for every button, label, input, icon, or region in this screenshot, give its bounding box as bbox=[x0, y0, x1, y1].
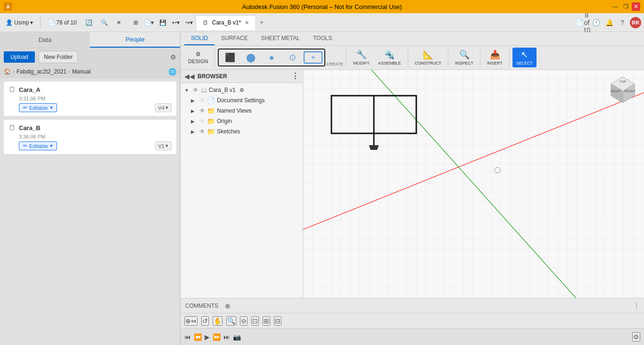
file-type-icon: 🗋 bbox=[8, 123, 16, 132]
modify-button[interactable]: 🔧 MODIFY bbox=[349, 48, 373, 67]
settings-icon-anim[interactable]: ⚙ bbox=[632, 332, 640, 342]
tree-root[interactable]: ▼ 👁 🗂 Cara_B v1 ⚙ bbox=[181, 85, 303, 95]
undo-button[interactable]: ↩▾ bbox=[169, 18, 182, 27]
comments-label: COMMENTS bbox=[185, 303, 218, 309]
redo-button[interactable]: ↪▾ bbox=[182, 18, 196, 27]
expand-icon: ▶ bbox=[191, 119, 198, 124]
add-comment-button[interactable]: ⊕ bbox=[222, 300, 233, 312]
main-layout: Data People Upload New Folder ⚙ 🏠 › Fabd… bbox=[0, 32, 644, 345]
create-torus-button[interactable]: ⊙ bbox=[283, 50, 302, 65]
zoom-button[interactable]: 🔍 bbox=[226, 316, 236, 326]
browser-collapse-button[interactable]: ◀◀ bbox=[184, 73, 195, 80]
new-folder-button[interactable]: New Folder bbox=[39, 51, 78, 63]
visibility-off-icon: 👁 bbox=[199, 118, 205, 124]
anim-play-button[interactable]: ▶ bbox=[205, 333, 210, 341]
upload-button[interactable]: Upload bbox=[4, 51, 35, 63]
pan2-button[interactable]: ✋ bbox=[213, 316, 223, 326]
browser-header: ◀◀ BROWSER ⋮ bbox=[181, 70, 303, 83]
history-button[interactable]: 🕐 bbox=[590, 17, 602, 28]
3d-viewport[interactable]: TOP FRONT RIGHT bbox=[303, 70, 644, 298]
anim-prev-button[interactable]: ⏪ bbox=[194, 333, 202, 341]
tree-item-sketches[interactable]: ▶ 👁 📁 Sketches bbox=[187, 126, 303, 137]
editable-badge-0[interactable]: ✏ Editable ▾ bbox=[19, 103, 57, 112]
panel-tabs: Data People bbox=[0, 32, 180, 48]
create-cylinder-button[interactable]: ⬤ bbox=[241, 50, 260, 65]
zoom-out-button[interactable]: ⊖ bbox=[240, 316, 248, 326]
file-type-icon: 🗋 bbox=[8, 85, 16, 94]
item-label: Named Views bbox=[217, 107, 252, 114]
tool-separator bbox=[448, 48, 448, 67]
create-sphere-button[interactable]: ● bbox=[262, 51, 281, 65]
window-controls: — ❐ ✕ bbox=[611, 2, 640, 11]
breadcrumb-home[interactable]: 🏠 bbox=[4, 68, 11, 75]
select-button[interactable]: ↖ SELECT bbox=[512, 48, 537, 67]
user-menu-button[interactable]: 👤 Usmp ▾ bbox=[3, 18, 36, 27]
close-button[interactable]: ✕ bbox=[632, 2, 640, 11]
tab-solid[interactable]: SOLID bbox=[184, 32, 215, 45]
inspect-button[interactable]: 🔍 INSPECT bbox=[451, 48, 477, 67]
minimize-button[interactable]: — bbox=[611, 2, 619, 11]
settings-button[interactable]: ⚙ bbox=[170, 53, 176, 61]
search-button[interactable]: 🔍 bbox=[98, 18, 111, 27]
file-icon: 📄 bbox=[48, 19, 55, 26]
anim-first-button[interactable]: ⏮ bbox=[184, 333, 191, 341]
orbit-button[interactable]: ↺ bbox=[201, 316, 209, 326]
folder-icon: 📁 bbox=[207, 128, 215, 135]
breadcrumb-project[interactable]: Fabdig_ac2t2_2021 bbox=[17, 68, 66, 75]
user-avatar[interactable]: RR bbox=[630, 17, 641, 28]
tab-tools[interactable]: TOOLS bbox=[306, 32, 339, 45]
document-tab[interactable]: 🗋 Cara_B v1* ✕ bbox=[196, 15, 256, 30]
sync-button[interactable]: 🔄 bbox=[83, 18, 95, 27]
file-counter-2[interactable]: 📄 8 of 10 bbox=[577, 17, 588, 28]
file-counter-1[interactable]: 📄 78 of 10 bbox=[45, 18, 79, 27]
version-badge-0[interactable]: V4 ▾ bbox=[155, 103, 172, 112]
tab-surface[interactable]: SURFACE bbox=[215, 32, 255, 45]
doc-tabs: ⊞ 📄▾ 💾 ↩▾ ↪▾ 🗋 Cara_B v1* ✕ ＋ bbox=[131, 15, 574, 30]
browser-menu-button[interactable]: ⋮ bbox=[291, 72, 299, 81]
tree-item-origin[interactable]: ▶ 👁 📁 Origin bbox=[187, 116, 303, 126]
globe-button[interactable]: 🌐 bbox=[168, 68, 176, 75]
notification-button[interactable]: 🔔 bbox=[603, 17, 615, 28]
visibility-off-icon: 👁 bbox=[199, 97, 205, 104]
svg-text:FRONT: FRONT bbox=[624, 90, 636, 93]
people-tab[interactable]: People bbox=[90, 32, 180, 48]
pan-button[interactable]: ⊕⇔ bbox=[184, 316, 198, 326]
separator bbox=[40, 17, 41, 28]
new-tab-button[interactable]: ＋ bbox=[256, 17, 267, 28]
anim-last-button[interactable]: ⏭ bbox=[223, 333, 230, 341]
close-panel-button[interactable]: ✕ bbox=[114, 18, 124, 27]
comments-collapse-button[interactable]: ⋮ bbox=[634, 303, 639, 309]
anim-camera-button[interactable]: 📷 bbox=[233, 333, 241, 341]
grid-button[interactable]: ⊞ bbox=[263, 316, 270, 326]
maximize-button[interactable]: ❐ bbox=[621, 2, 630, 11]
insert-button[interactable]: 📥 INSERT bbox=[483, 48, 506, 67]
save-button[interactable]: 💾 bbox=[157, 18, 169, 27]
tool-separator bbox=[408, 48, 408, 67]
editable-badge-1[interactable]: ✏ Editable ▾ bbox=[19, 141, 57, 150]
root-label: Cara_B v1 bbox=[209, 87, 236, 93]
waffle-menu[interactable]: ⊞ bbox=[131, 18, 141, 27]
construct-button[interactable]: 📐 CONSTRUCT bbox=[411, 48, 446, 67]
create-new-button[interactable]: + bbox=[304, 51, 322, 64]
create-box-button[interactable]: ⬛ bbox=[221, 50, 239, 65]
tree-item-doc-settings[interactable]: ▶ 👁 📄 Document Settings bbox=[187, 95, 303, 106]
tree-item-named-views[interactable]: ▶ 👁 📁 Named Views bbox=[187, 106, 303, 116]
doc-tab-close-button[interactable]: ✕ bbox=[245, 20, 249, 26]
panel-actions: Upload New Folder ⚙ bbox=[0, 48, 180, 66]
assemble-button[interactable]: 🔩 ASSEMBLE bbox=[374, 48, 405, 67]
new-file-button[interactable]: 📄▾ bbox=[141, 18, 157, 27]
breadcrumb-folder[interactable]: Manual bbox=[72, 68, 91, 75]
nav-cube[interactable]: TOP FRONT RIGHT bbox=[606, 74, 639, 107]
fit-button[interactable]: ⊡ bbox=[251, 316, 259, 326]
help-button[interactable]: ? bbox=[617, 17, 628, 28]
tab-sheet-metal[interactable]: SHEET METAL bbox=[255, 32, 306, 45]
anim-next-button[interactable]: ⏩ bbox=[213, 333, 221, 341]
version-badge-1[interactable]: V1 ▾ bbox=[155, 141, 172, 150]
svg-text:RIGHT: RIGHT bbox=[611, 90, 621, 93]
expand-icon: ▶ bbox=[191, 108, 198, 114]
design-tab-bar: SOLID SURFACE SHEET METAL TOOLS bbox=[181, 32, 644, 46]
file-name: Cara_A bbox=[19, 86, 41, 93]
data-tab[interactable]: Data bbox=[0, 32, 90, 48]
grid2-button[interactable]: ⊟ bbox=[274, 316, 281, 326]
design-dropdown-button[interactable]: ⚙ DESIGN bbox=[184, 49, 212, 66]
